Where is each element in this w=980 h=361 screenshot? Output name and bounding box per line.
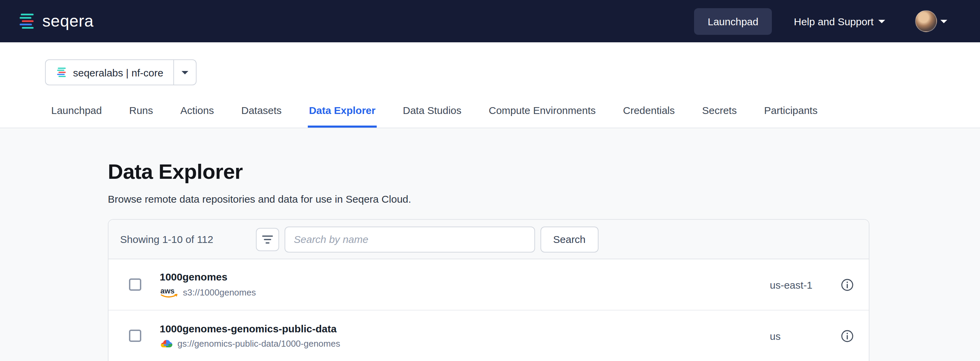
tab-datasets[interactable]: Datasets bbox=[240, 104, 283, 127]
data-explorer-card: Showing 1-10 of 112 Search bbox=[108, 219, 869, 361]
chevron-down-icon bbox=[182, 71, 189, 74]
page-title: Data Explorer bbox=[108, 159, 980, 185]
tab-data-explorer[interactable]: Data Explorer bbox=[307, 104, 377, 127]
tab-actions[interactable]: Actions bbox=[179, 104, 215, 127]
main-content: Data Explorer Browse remote data reposit… bbox=[0, 128, 980, 361]
bucket-region: us bbox=[770, 330, 841, 342]
tab-secrets[interactable]: Secrets bbox=[701, 104, 738, 127]
app-root: seqera Launchpad Help and Support bbox=[0, 0, 980, 361]
user-avatar[interactable] bbox=[915, 10, 937, 32]
row-main: 1000genomes-genomics-public-data bbox=[160, 323, 770, 349]
tab-credentials[interactable]: Credentials bbox=[622, 104, 676, 127]
gcp-cloud-icon bbox=[160, 339, 173, 349]
filter-button[interactable] bbox=[256, 227, 279, 251]
aws-logo-icon: aws bbox=[160, 286, 178, 298]
search-button[interactable]: Search bbox=[540, 226, 598, 252]
help-and-support-label: Help and Support bbox=[794, 15, 874, 27]
launchpad-button[interactable]: Launchpad bbox=[694, 8, 772, 35]
navbar-right-group: Launchpad Help and Support bbox=[694, 8, 947, 35]
info-icon bbox=[841, 329, 854, 342]
filter-icon bbox=[262, 234, 273, 244]
info-icon bbox=[841, 278, 854, 291]
row-main: 1000genomes aws s3://1000genomes bbox=[160, 271, 770, 298]
card-toolbar: Showing 1-10 of 112 Search bbox=[108, 220, 869, 259]
tab-launchpad[interactable]: Launchpad bbox=[50, 104, 103, 127]
workspace-header: seqeralabs | nf-core Launchpad Runs Acti… bbox=[0, 42, 980, 128]
bucket-path: s3://1000genomes bbox=[183, 287, 256, 297]
bucket-name[interactable]: 1000genomes-genomics-public-data bbox=[160, 323, 770, 335]
bucket-name[interactable]: 1000genomes bbox=[160, 271, 770, 283]
svg-text:aws: aws bbox=[161, 286, 175, 295]
info-button[interactable] bbox=[841, 329, 854, 342]
search-tools: Search bbox=[256, 226, 598, 252]
row-subline: aws s3://1000genomes bbox=[160, 286, 770, 298]
row-checkbox[interactable] bbox=[129, 278, 141, 291]
table-row[interactable]: 1000genomes-genomics-public-data bbox=[108, 310, 869, 361]
page-subtitle: Browse remote data repositories and data… bbox=[108, 193, 980, 205]
row-subline: gs://genomics-public-data/1000-genomes bbox=[160, 339, 770, 349]
chevron-down-icon bbox=[878, 19, 885, 23]
brand-wordmark: seqera bbox=[42, 11, 94, 31]
table-row[interactable]: 1000genomes aws s3://1000genomes us-east… bbox=[108, 259, 869, 310]
top-navbar: seqera Launchpad Help and Support bbox=[0, 0, 980, 42]
search-input[interactable] bbox=[284, 226, 535, 252]
workspace-tabs: Launchpad Runs Actions Datasets Data Exp… bbox=[50, 104, 980, 127]
workspace-selector[interactable]: seqeralabs | nf-core bbox=[45, 59, 197, 85]
chevron-down-icon bbox=[940, 19, 947, 23]
seqera-logo-icon bbox=[18, 12, 35, 30]
info-button[interactable] bbox=[841, 278, 854, 291]
tab-compute-environments[interactable]: Compute Environments bbox=[487, 104, 597, 127]
bucket-path: gs://genomics-public-data/1000-genomes bbox=[177, 339, 340, 349]
tab-runs[interactable]: Runs bbox=[128, 104, 154, 127]
workspace-name: seqeralabs | nf-core bbox=[73, 67, 164, 78]
tab-participants[interactable]: Participants bbox=[763, 104, 819, 127]
seqera-brand[interactable]: seqera bbox=[18, 11, 94, 31]
results-count: Showing 1-10 of 112 bbox=[120, 234, 213, 245]
bucket-region: us-east-1 bbox=[770, 279, 841, 290]
seqera-mini-logo-icon bbox=[56, 67, 67, 78]
help-and-support-menu[interactable]: Help and Support bbox=[794, 15, 886, 27]
row-checkbox[interactable] bbox=[129, 329, 141, 342]
tab-data-studios[interactable]: Data Studios bbox=[401, 104, 463, 127]
workspace-dropdown-toggle[interactable] bbox=[174, 60, 196, 84]
workspace-selector-main[interactable]: seqeralabs | nf-core bbox=[46, 60, 174, 84]
user-menu[interactable] bbox=[915, 10, 947, 32]
